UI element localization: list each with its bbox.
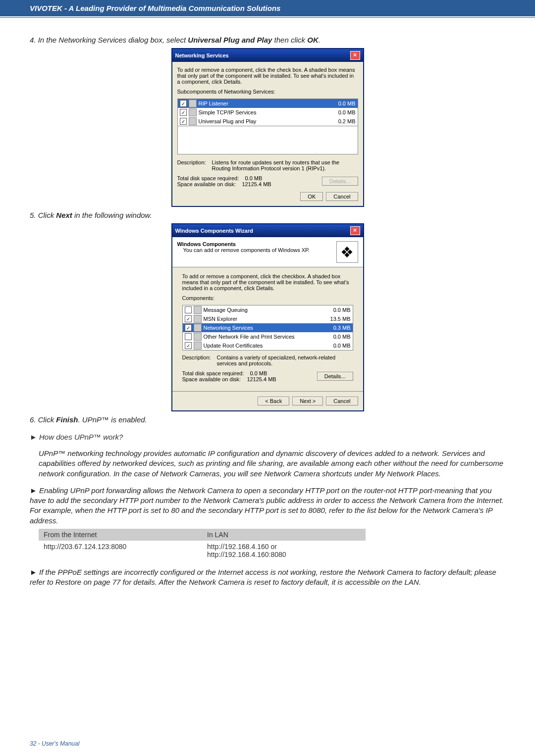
back-button[interactable]: < Back [258,397,289,405]
req-label: Total disk space required: [182,370,244,376]
component-icon [194,315,202,323]
wizard-icon: ❖ [336,241,358,263]
wizard-header-sub: You can add or remove components of Wind… [183,247,358,253]
list-item[interactable]: Other Network File and Print Services 0.… [183,332,353,341]
header-title: VIVOTEK - A Leading Provider of Multimed… [30,4,280,12]
page-header: VIVOTEK - A Leading Provider of Multimed… [0,0,535,16]
list-item-label: Message Queuing [204,307,323,313]
step4-bold1: Universal Plug and Play [188,36,272,44]
list-item-label: MSN Explorer [204,316,323,322]
dialog-title-text: Windows Components Wizard [175,228,253,234]
component-icon [189,117,197,125]
td-internet: http://203.67.124.123:8080 [39,541,202,560]
wizard-button-bar: < Back Next > Cancel [172,397,363,410]
list-item-label: Other Network File and Print Services [204,334,323,340]
page-footer: 32 - User's Manual [30,740,79,747]
list-item-size: 0.0 MB [328,109,356,115]
disk-space-row: Total disk space required: 0.0 MB Space … [182,370,353,382]
list-item-label: RIP Listener [199,101,328,106]
next-button[interactable]: Next > [292,397,323,405]
list-item[interactable]: ✓ RIP Listener 0.0 MB [178,99,358,108]
checkbox-icon[interactable]: ✓ [185,315,192,322]
list-item[interactable]: ✓ Update Root Certificates 0.0 MB [183,341,353,350]
avail-value: 12125.4 MB [242,181,271,187]
wizard-body: To add or remove a component, click the … [172,267,363,388]
step5-bold: Next [56,211,72,219]
description-row: Description: Contains a variety of speci… [182,354,353,366]
dialog-button-bar: OK Cancel [177,192,358,201]
list-item[interactable]: Message Queuing 0.0 MB [183,305,353,314]
list-item[interactable]: ✓ Simple TCP/IP Services 0.0 MB [178,108,358,117]
dialog-title-text: Networking Services [175,52,229,58]
dialog-titlebar: Networking Services × [172,49,363,62]
list-item-label: Simple TCP/IP Services [199,109,328,115]
dialog-body: To add or remove a component, click the … [172,62,363,206]
step4-text: 4. In the Networking Services dialog box… [30,36,505,44]
table-row: http://203.67.124.123:8080 http://192.16… [39,541,366,560]
th-lan: In LAN [202,529,366,541]
networking-services-dialog: Networking Services × To add or remove a… [171,48,364,207]
port-forwarding-body: ► Enabling UPnP port forwarding allows t… [30,486,505,526]
checkbox-icon[interactable]: ✓ [180,118,187,125]
step6-suf: . UPnP™ is enabled. [78,415,147,424]
list-item-size: 0.2 MB [328,118,356,124]
windows-components-wizard-dialog: Windows Components Wizard × ❖ Windows Co… [171,223,364,411]
component-icon [194,306,202,314]
components-label: Components: [182,295,353,301]
step6-text: 6. Click Finish. UPnP™ is enabled. [30,415,505,424]
howto-body: UPnP™ networking technology provides aut… [39,449,505,479]
details-button[interactable]: Details... [317,372,353,381]
disk-space-row: Total disk space required: 0.0 MB Space … [177,175,358,187]
req-value: 0.0 MB [245,175,262,181]
step4-bold2: OK [307,36,319,44]
description-label: Description: [182,354,217,366]
close-icon[interactable]: × [350,51,360,60]
close-icon[interactable]: × [350,226,360,235]
details-button[interactable]: Details... [322,177,358,186]
avail-label: Space available on disk: [177,181,236,187]
component-icon [189,100,197,107]
list-item-size: 13.5 MB [323,316,351,322]
address-table: From the Internet In LAN http://203.67.1… [39,529,366,560]
checkbox-icon[interactable]: ✓ [180,109,187,116]
list-item-size: 0.0 MB [323,307,351,313]
subcomponents-listbox: ✓ RIP Listener 0.0 MB ✓ Simple TCP/IP Se… [177,99,358,126]
list-item-size: 0.0 MB [323,343,351,349]
checkbox-icon[interactable] [185,306,192,313]
disk-req-block: Total disk space required: 0.0 MB Space … [177,175,271,187]
components-listbox: Message Queuing 0.0 MB ✓ MSN Explorer 13… [182,305,353,351]
list-item-size: 0.0 MB [328,101,356,106]
page: VIVOTEK - A Leading Provider of Multimed… [0,0,535,756]
component-icon [194,324,202,332]
dialog-titlebar: Windows Components Wizard × [172,224,363,237]
step4-mid: then click [272,36,307,44]
pppoe-body: ► If the PPPoE settings are incorrectly … [30,567,505,588]
ok-button[interactable]: OK [300,192,323,201]
component-icon [189,108,197,116]
td-lan: http://192.168.4.160 or http://192.168.4… [202,541,366,560]
list-item-label: Update Root Certificates [204,343,323,349]
dialog-intro: To add or remove a component, click the … [177,67,358,85]
step5-text: 5. Click Next in the following window. [30,211,505,219]
component-icon [194,342,202,350]
step4-suf: . [319,36,321,44]
list-item-label: Networking Services [204,325,323,331]
step5-pre: 5. Click [30,211,56,219]
checkbox-icon[interactable] [185,333,192,340]
list-item[interactable]: ✓ MSN Explorer 13.5 MB [183,314,353,323]
description-label: Description: [177,159,212,171]
listbox-empty-area [177,126,358,154]
list-item[interactable]: ✓ Networking Services 0.3 MB [183,323,353,332]
description-row: Description: Listens for route updates s… [177,159,358,171]
list-item-size: 0.0 MB [323,334,351,340]
wizard-intro: To add or remove a component, click the … [182,273,353,291]
wizard-header: ❖ Windows Components You can add or remo… [172,237,363,267]
avail-label: Space available on disk: [182,376,241,382]
checkbox-icon[interactable]: ✓ [185,324,192,331]
checkbox-icon[interactable]: ✓ [180,100,187,107]
checkbox-icon[interactable]: ✓ [185,342,192,349]
list-item[interactable]: ✓ Universal Plug and Play 0.2 MB [178,117,358,126]
cancel-button[interactable]: Cancel [326,397,358,405]
list-item-size: 0.3 MB [323,325,351,331]
cancel-button[interactable]: Cancel [326,192,358,201]
